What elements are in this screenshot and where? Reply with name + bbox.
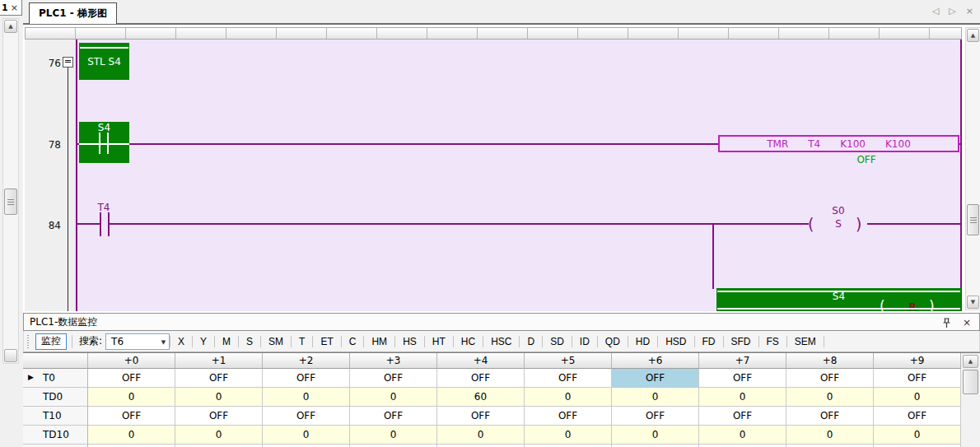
column-header[interactable]: +9 xyxy=(874,353,961,369)
device-type-button-sd[interactable]: SD xyxy=(543,333,572,350)
row-label-td0[interactable]: TD0 xyxy=(23,388,88,407)
table-cell[interactable]: OFF xyxy=(263,407,350,426)
nav-forward-icon[interactable]: ▷ xyxy=(949,6,955,16)
table-cell[interactable]: OFF xyxy=(437,407,525,426)
table-cell[interactable]: 0 xyxy=(699,388,786,407)
panel-title-bar[interactable]: PLC1-数据监控 × xyxy=(23,313,980,331)
column-header[interactable]: +8 xyxy=(786,353,874,369)
table-cell[interactable]: 0 xyxy=(88,426,175,445)
column-header[interactable]: +0 xyxy=(88,353,175,369)
device-type-button-sm[interactable]: SM xyxy=(261,333,291,350)
device-type-button-hd[interactable]: HD xyxy=(628,333,657,350)
column-header[interactable]: +7 xyxy=(699,353,786,369)
table-cell[interactable]: 0 xyxy=(786,388,874,407)
column-header[interactable]: +2 xyxy=(263,353,350,369)
device-type-button-t[interactable]: T xyxy=(292,333,312,350)
device-type-button-hm[interactable]: HM xyxy=(364,333,394,350)
scroll-down-icon[interactable] xyxy=(4,349,17,362)
scrollbar-thumb[interactable] xyxy=(4,189,17,215)
monitor-toggle-button[interactable]: 监控 xyxy=(35,333,67,350)
ladder-canvas[interactable]: STL S4 S4 TMR T4 K100 K100 OFF xyxy=(74,40,962,311)
toolbar-grip-icon[interactable] xyxy=(27,335,29,348)
column-header[interactable]: +6 xyxy=(612,353,699,369)
device-type-button-hsd[interactable]: HSD xyxy=(658,333,693,350)
table-cell[interactable]: OFF xyxy=(350,407,437,426)
table-cell[interactable]: OFF xyxy=(786,407,874,426)
table-cell[interactable]: 0 xyxy=(263,426,350,445)
device-type-button-ht[interactable]: HT xyxy=(425,333,453,350)
left-panel-tab[interactable]: 1 × xyxy=(0,0,22,16)
device-type-button-m[interactable]: M xyxy=(215,333,238,350)
table-cell[interactable]: OFF xyxy=(437,369,525,388)
table-cell[interactable]: OFF xyxy=(350,369,437,388)
column-header[interactable]: +3 xyxy=(350,353,437,369)
device-type-button-id[interactable]: ID xyxy=(572,333,597,350)
panel-close-icon[interactable]: × xyxy=(963,317,971,328)
table-cell[interactable]: 0 xyxy=(525,388,612,407)
device-type-button-hc[interactable]: HC xyxy=(454,333,483,350)
tab-close-icon[interactable]: × xyxy=(966,6,973,16)
scrollbar-thumb[interactable] xyxy=(963,370,978,394)
table-cell[interactable]: OFF xyxy=(88,369,175,388)
row-label-t10[interactable]: T10 xyxy=(23,407,88,426)
tmr-instruction[interactable]: TMR T4 K100 K100 xyxy=(718,135,959,152)
column-header[interactable]: +1 xyxy=(175,353,263,369)
search-combobox[interactable]: T6 ▼ xyxy=(105,333,170,350)
table-cell[interactable]: 60 xyxy=(437,388,525,407)
table-cell[interactable]: OFF xyxy=(699,407,786,426)
device-type-button-d[interactable]: D xyxy=(520,333,542,350)
stl-instruction[interactable]: STL S4 xyxy=(79,43,129,80)
device-type-button-hs[interactable]: HS xyxy=(395,333,424,350)
table-cell[interactable]: OFF xyxy=(525,407,612,426)
table-cell[interactable]: OFF xyxy=(786,369,874,388)
scroll-up-icon[interactable]: ▲ xyxy=(963,355,978,368)
table-cell[interactable]: OFF xyxy=(263,369,350,388)
table-cell[interactable]: 0 xyxy=(350,426,437,445)
row-label-td10[interactable]: TD10 xyxy=(23,426,88,445)
device-type-button-sfd[interactable]: SFD xyxy=(724,333,758,350)
row-label-t0[interactable]: ▶T0 xyxy=(23,369,88,388)
column-header[interactable]: +5 xyxy=(525,353,612,369)
table-cell[interactable]: OFF xyxy=(612,369,699,388)
table-cell[interactable]: OFF xyxy=(175,407,263,426)
scroll-up-icon[interactable]: ▲ xyxy=(4,20,17,33)
device-type-button-hsc[interactable]: HSC xyxy=(483,333,519,350)
table-cell[interactable]: 0 xyxy=(525,426,612,445)
scrollbar-thumb[interactable] xyxy=(967,204,979,235)
column-header[interactable]: +4 xyxy=(437,353,525,369)
table-cell[interactable]: 0 xyxy=(437,426,525,445)
table-cell[interactable]: OFF xyxy=(874,407,961,426)
device-type-button-qd[interactable]: QD xyxy=(598,333,628,350)
table-cell[interactable]: 0 xyxy=(175,388,263,407)
device-type-button-c[interactable]: C xyxy=(342,333,364,350)
table-cell[interactable]: 0 xyxy=(874,388,961,407)
table-cell[interactable]: 0 xyxy=(699,426,786,445)
table-scrollbar[interactable]: ▲ xyxy=(961,352,980,447)
set-coil[interactable]: S xyxy=(822,218,855,230)
tab-ladder-editor[interactable]: PLC1 - 梯形图 xyxy=(29,2,117,24)
ladder-scrollbar[interactable]: ▲ ▼ xyxy=(965,27,980,310)
device-type-button-fd[interactable]: FD xyxy=(695,333,723,350)
table-cell[interactable]: OFF xyxy=(175,369,263,388)
table-cell[interactable]: OFF xyxy=(699,369,786,388)
scroll-up-icon[interactable]: ▲ xyxy=(967,29,979,42)
table-cell[interactable]: OFF xyxy=(874,369,961,388)
table-cell[interactable]: 0 xyxy=(175,426,263,445)
device-type-button-sem[interactable]: SEM xyxy=(787,333,824,350)
table-cell[interactable]: 0 xyxy=(786,426,874,445)
device-type-button-x[interactable]: X xyxy=(170,333,192,350)
table-cell[interactable]: 0 xyxy=(88,388,175,407)
table-cell[interactable]: OFF xyxy=(612,407,699,426)
nav-back-icon[interactable]: ◁ xyxy=(932,6,939,16)
device-type-button-s[interactable]: S xyxy=(239,333,260,350)
table-cell[interactable]: 0 xyxy=(874,426,961,445)
contact-s4-active[interactable]: S4 xyxy=(79,122,129,163)
scroll-down-icon[interactable]: ▼ xyxy=(967,296,979,309)
device-type-button-y[interactable]: Y xyxy=(193,333,214,350)
table-cell[interactable]: 0 xyxy=(350,388,437,407)
table-cell[interactable]: 0 xyxy=(612,426,699,445)
left-scrollbar[interactable]: ▲ xyxy=(2,18,19,364)
device-type-button-fs[interactable]: FS xyxy=(759,333,786,350)
table-cell[interactable]: OFF xyxy=(525,369,612,388)
pin-icon[interactable] xyxy=(942,318,951,328)
